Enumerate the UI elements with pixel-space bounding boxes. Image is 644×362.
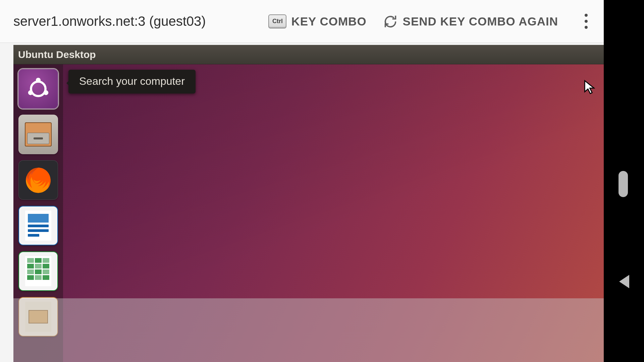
remote-cursor-icon xyxy=(584,80,595,95)
launcher-impress-button[interactable] xyxy=(18,297,58,337)
system-back-button[interactable] xyxy=(619,275,629,288)
launcher-dash-button[interactable] xyxy=(18,69,58,109)
system-scrollbar-thumb[interactable] xyxy=(619,171,628,197)
launcher-tooltip: Search your computer xyxy=(68,70,196,94)
firefox-icon xyxy=(23,165,54,195)
ubuntu-logo-icon xyxy=(26,77,50,101)
svg-point-2 xyxy=(28,90,33,95)
connection-title: server1.onworks.net:3 (guest03) xyxy=(13,14,206,29)
svg-point-0 xyxy=(31,81,45,96)
bottom-dim-overlay xyxy=(13,298,604,362)
send-key-combo-again-button[interactable]: SEND KEY COMBO AGAIN xyxy=(383,14,558,29)
launcher-firefox-button[interactable] xyxy=(18,160,58,200)
launcher-files-button[interactable] xyxy=(18,115,58,154)
key-combo-button[interactable]: Ctrl KEY COMBO xyxy=(268,14,366,28)
key-combo-label: KEY COMBO xyxy=(291,15,366,28)
remote-desktop-viewport[interactable]: Ubuntu Desktop xyxy=(13,45,604,362)
refresh-icon xyxy=(383,14,398,29)
impress-icon xyxy=(25,302,51,332)
ctrl-key-icon: Ctrl xyxy=(268,14,286,28)
ubuntu-desktop-wallpaper[interactable]: Search your computer xyxy=(13,64,604,362)
ubuntu-top-panel: Ubuntu Desktop xyxy=(13,45,604,64)
overflow-menu-button[interactable] xyxy=(578,11,594,32)
device-frame: server1.onworks.net:3 (guest03) Ctrl KEY… xyxy=(0,0,644,362)
app-toolbar: server1.onworks.net:3 (guest03) Ctrl KEY… xyxy=(0,0,604,43)
panel-title: Ubuntu Desktop xyxy=(18,49,96,60)
launcher-calc-button[interactable] xyxy=(18,251,58,291)
calc-icon xyxy=(25,256,51,286)
svg-point-1 xyxy=(36,78,41,82)
vnc-app-shell: server1.onworks.net:3 (guest03) Ctrl KEY… xyxy=(0,0,604,362)
send-again-label: SEND KEY COMBO AGAIN xyxy=(403,15,558,28)
file-manager-icon xyxy=(25,122,52,146)
unity-launcher xyxy=(13,64,63,362)
writer-icon xyxy=(25,210,51,241)
tooltip-text: Search your computer xyxy=(79,75,185,87)
launcher-writer-button[interactable] xyxy=(18,206,58,245)
svg-point-3 xyxy=(44,90,48,95)
